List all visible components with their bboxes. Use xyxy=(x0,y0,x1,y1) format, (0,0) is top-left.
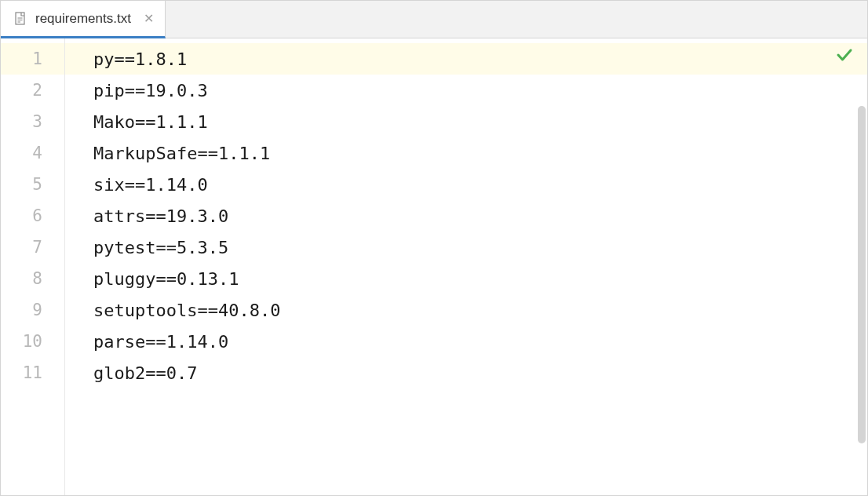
line-number: 5 xyxy=(1,169,64,200)
line-number: 9 xyxy=(1,294,64,326)
tab-requirements[interactable]: requirements.txt ✕ xyxy=(1,1,166,38)
code-line[interactable]: pip==19.0.3 xyxy=(93,75,867,106)
code-line[interactable]: MarkupSafe==1.1.1 xyxy=(93,137,867,169)
editor: 1234567891011 py==1.8.1pip==19.0.3Mako==… xyxy=(1,38,867,495)
line-number: 6 xyxy=(1,200,64,232)
code-line[interactable]: pluggy==0.13.1 xyxy=(93,263,867,294)
line-number: 1 xyxy=(1,43,64,75)
code-line[interactable]: pytest==5.3.5 xyxy=(93,232,867,263)
scrollbar[interactable] xyxy=(858,76,866,494)
line-number: 2 xyxy=(1,75,64,106)
tab-label: requirements.txt xyxy=(35,11,131,27)
gutter: 1234567891011 xyxy=(1,38,65,495)
tab-bar: requirements.txt ✕ xyxy=(1,1,867,38)
line-number: 7 xyxy=(1,232,64,263)
line-number: 10 xyxy=(1,326,64,357)
code-line[interactable]: glob2==0.7 xyxy=(93,357,867,388)
code-line[interactable]: setuptools==40.8.0 xyxy=(93,294,867,326)
code-line[interactable]: py==1.8.1 xyxy=(65,43,867,75)
inspection-ok-icon[interactable] xyxy=(836,46,853,67)
close-icon[interactable]: ✕ xyxy=(144,13,154,25)
line-number: 11 xyxy=(1,357,64,388)
file-icon xyxy=(13,12,27,26)
code-area[interactable]: py==1.8.1pip==19.0.3Mako==1.1.1MarkupSaf… xyxy=(65,38,867,495)
scrollbar-thumb[interactable] xyxy=(858,106,866,443)
line-number: 4 xyxy=(1,137,64,169)
line-number: 3 xyxy=(1,106,64,137)
code-line[interactable]: Mako==1.1.1 xyxy=(93,106,867,137)
line-number: 8 xyxy=(1,263,64,294)
code-line[interactable]: parse==1.14.0 xyxy=(93,326,867,357)
code-line[interactable]: attrs==19.3.0 xyxy=(93,200,867,232)
code-line[interactable]: six==1.14.0 xyxy=(93,169,867,200)
